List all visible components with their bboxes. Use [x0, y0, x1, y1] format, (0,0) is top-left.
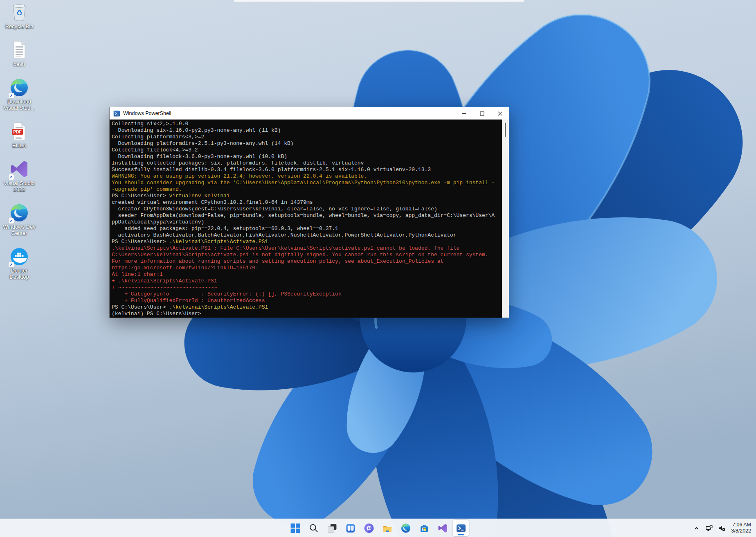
close-button[interactable]: [491, 107, 509, 120]
powershell-window: Windows PowerShell Collecting six<2,>=1.…: [110, 107, 509, 318]
terminal-line: For more information about running scrip…: [112, 258, 502, 265]
desktop-icon-windows-dev-center[interactable]: Windows Dev Center: [0, 203, 38, 236]
terminal-line: ppData\Local\pypa\virtualenv): [112, 219, 502, 226]
terminal-line: PS C:\Users\User> virtualenv kelvinai: [112, 193, 502, 199]
terminal-line: Downloading six-1.16.0-py2.py3-none-any.…: [112, 127, 502, 134]
taskbar: 7:06 AM 3/8/2022: [0, 519, 756, 537]
terminal-line: + .\kelvinai\Scripts\Activate.PS1: [112, 278, 502, 284]
task-view-button[interactable]: [324, 520, 340, 536]
terminal-output: Collecting six<2,>=1.9.0 Downloading six…: [110, 120, 502, 318]
visual-studio-icon: [9, 159, 29, 179]
desktop-icon-label: EULA: [12, 142, 26, 149]
terminal-line: C:\Users\User\kelvinai\Scripts\activate.…: [112, 252, 502, 258]
top-edge-window-sliver: [234, 0, 524, 2]
terminal-line: (kelvinai) PS C:\Users\User>: [112, 311, 502, 317]
terminal-line: Downloading filelock-3.6.0-py3-none-any.…: [112, 153, 502, 160]
terminal-line: + FullyQualifiedErrorId : UnauthorizedAc…: [112, 298, 502, 304]
system-tray: 7:06 AM 3/8/2022: [691, 520, 754, 536]
visual-studio-button[interactable]: [434, 520, 451, 536]
powershell-icon: [456, 523, 466, 533]
docker-icon: [9, 247, 29, 266]
titlebar[interactable]: Windows PowerShell: [110, 107, 509, 120]
desktop-icon-grid: ♻ Recycle Bin bash: [0, 2, 38, 280]
taskbar-center-group: [287, 520, 469, 536]
svg-text:♻: ♻: [16, 9, 22, 17]
terminal-line: WARNING: You are using pip version 21.2.…: [112, 173, 502, 180]
terminal-line: https:/go.microsoft.com/fwlink/?LinkID=1…: [112, 265, 502, 271]
terminal-line: creator CPython3Windows(dest=C:\Users\Us…: [112, 206, 502, 212]
edge-icon: [9, 203, 29, 223]
shortcut-arrow-icon: [9, 174, 14, 180]
tray-date: 3/8/2022: [731, 528, 751, 534]
shortcut-arrow-icon: [9, 93, 14, 98]
terminal-line: Downloading platformdirs-2.5.1-py3-none-…: [112, 140, 502, 147]
terminal-line: .\kelvinai\Scripts\Activate.PS1 : File C…: [112, 245, 502, 252]
recycle-bin-icon: ♻: [9, 2, 29, 22]
desktop-icon-label: bash: [14, 61, 25, 67]
desktop-icon-label: Docker Desktop: [1, 268, 37, 280]
terminal-line: Collecting six<2,>=1.9.0: [112, 121, 502, 127]
edge-icon: [400, 523, 411, 533]
volume-tray-button[interactable]: [716, 520, 728, 536]
terminal-line: You should consider upgrading via the 'C…: [112, 180, 502, 186]
desktop-icon-visual-studio-2022[interactable]: Visual Studio 2022: [0, 159, 38, 192]
window-title: Windows PowerShell: [123, 111, 171, 116]
terminal-line: -upgrade pip' command.: [112, 186, 502, 193]
text-file-icon: [9, 40, 29, 60]
terminal-line: PS C:\Users\User> .\kelvinai\Scripts\Act…: [112, 304, 502, 311]
terminal-line: created virtual environment CPython3.10.…: [112, 199, 502, 206]
widgets-button[interactable]: [342, 520, 359, 536]
desktop-icon-label: Windows Dev Center: [1, 224, 37, 236]
store-icon: [419, 523, 429, 533]
desktop: ♻ Recycle Bin bash: [0, 0, 756, 537]
desktop-icon-label: Recycle Bin: [5, 23, 34, 29]
search-icon: [308, 523, 319, 533]
clock[interactable]: 7:06 AM 3/8/2022: [729, 522, 754, 534]
chat-icon: [364, 523, 374, 533]
network-icon: [706, 525, 713, 532]
store-button[interactable]: [416, 520, 432, 536]
terminal-line: At line:1 char:1: [112, 271, 502, 278]
desktop-icon-docker-desktop[interactable]: Docker Desktop: [0, 247, 38, 280]
pdf-file-icon: PDF: [9, 122, 29, 141]
edge-button[interactable]: [398, 520, 414, 536]
desktop-icon-label: Download Visual Stud...: [1, 99, 37, 111]
terminal[interactable]: Collecting six<2,>=1.9.0 Downloading six…: [110, 120, 509, 318]
shortcut-arrow-icon: [9, 262, 14, 267]
windows-logo-icon: [290, 523, 300, 533]
edge-icon: [9, 78, 29, 97]
volume-muted-icon: [718, 525, 725, 532]
terminal-line: Collecting platformdirs<3,>=2: [112, 134, 502, 140]
svg-text:PDF: PDF: [14, 130, 22, 134]
terminal-line: PS C:\Users\User> .\kelvinai\Scripts\Act…: [112, 239, 502, 245]
scrollbar-thumb[interactable]: [505, 123, 506, 137]
chat-button[interactable]: [361, 520, 377, 536]
chevron-up-icon: [693, 525, 700, 532]
minimize-button[interactable]: [455, 107, 473, 120]
hidden-icons-button[interactable]: [691, 520, 702, 536]
terminal-line: + ~~~~~~~~~~~~~~~~~~~~~~~~~~~~~~~: [112, 284, 502, 291]
desktop-icon-bash[interactable]: bash: [0, 40, 38, 67]
terminal-line: seeder FromAppData(download=False, pip=b…: [112, 212, 502, 219]
task-view-icon: [327, 523, 337, 533]
terminal-line: Successfully installed distlib-0.3.4 fil…: [112, 167, 502, 173]
file-explorer-button[interactable]: [379, 520, 396, 536]
start-button[interactable]: [287, 520, 304, 536]
terminal-scrollbar[interactable]: [502, 120, 509, 318]
network-tray-button[interactable]: [703, 520, 715, 536]
file-explorer-icon: [382, 523, 392, 533]
terminal-line: Collecting filelock<4,>=3.2: [112, 147, 502, 153]
maximize-button[interactable]: [473, 107, 491, 120]
desktop-icon-eula[interactable]: PDF EULA: [0, 122, 38, 149]
desktop-icon-download-visual-studio[interactable]: Download Visual Stud...: [0, 78, 38, 111]
desktop-icon-recycle-bin[interactable]: ♻ Recycle Bin: [0, 2, 38, 29]
powershell-taskbar-button[interactable]: [453, 520, 469, 536]
visual-studio-icon: [437, 523, 448, 533]
widgets-icon: [345, 523, 356, 533]
terminal-line: activators BashActivator,BatchActivator,…: [112, 232, 502, 239]
terminal-line: Installing collected packages: six, plat…: [112, 160, 502, 167]
shortcut-arrow-icon: [9, 218, 14, 223]
terminal-line: added seed packages: pip==22.0.4, setupt…: [112, 226, 502, 232]
terminal-line: + CategoryInfo : SecurityError: (:) [], …: [112, 291, 502, 298]
search-button[interactable]: [306, 520, 322, 536]
